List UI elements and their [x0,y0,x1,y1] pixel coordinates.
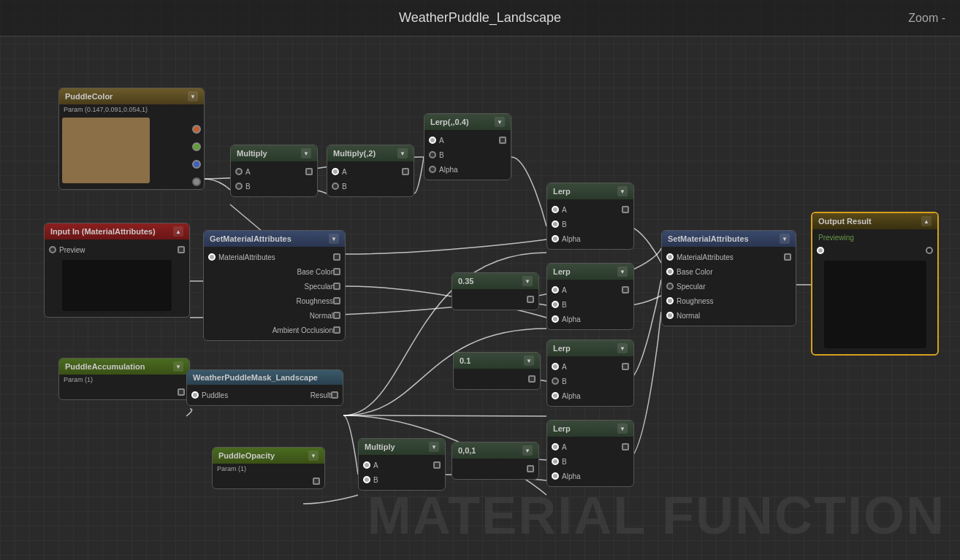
const-01-out[interactable] [528,375,536,383]
puddle-opacity-out[interactable] [313,477,320,485]
lerp4-out[interactable] [622,443,629,450]
weather-mask-puddles-pin[interactable] [191,391,199,399]
lerp3-header[interactable]: Lerp ▼ [547,340,633,356]
lerp2-pin-alpha[interactable] [552,315,559,323]
lerp2-pin-b[interactable] [552,301,559,308]
const-035-title: 0.35 [458,277,473,285]
puddle-color-header[interactable]: PuddleColor ▼ [59,88,204,104]
zoom-label[interactable]: Zoom - [908,12,945,25]
lerp-top-pin-b[interactable] [429,151,436,158]
lerp3-pin-alpha[interactable] [552,392,559,399]
lerp1-pin-a[interactable] [552,206,559,213]
input-in-out-pin[interactable] [178,246,185,253]
mul2-pin-a[interactable] [332,168,339,175]
puddle-color-pin-g[interactable] [192,142,201,151]
multiply3-collapse[interactable]: ▼ [429,442,439,452]
lerp1-pin-b[interactable] [552,220,559,228]
lerp3-collapse[interactable]: ▼ [617,343,628,353]
input-in-pin[interactable] [49,246,56,253]
lerp2-header[interactable]: Lerp ▼ [547,264,633,280]
get-mat-out-3[interactable] [333,297,340,304]
puddle-accum-header[interactable]: PuddleAccumulation ▼ [59,358,189,375]
lerp-top-collapse[interactable]: ▼ [495,117,505,127]
lerp4-pin-a[interactable] [552,443,559,450]
output-collapse[interactable]: ▲ [921,216,932,226]
set-mat-pin-2[interactable] [666,283,674,290]
mul1-out[interactable] [305,168,313,175]
puddle-accum-out[interactable] [178,388,185,396]
get-mat-out-1[interactable] [333,268,340,275]
const-035-header[interactable]: 0.35 ▼ [452,273,538,289]
const-001-node: 0,0,1 ▼ [452,442,539,480]
const-01-header[interactable]: 0.1 ▼ [454,353,540,369]
lerp-top-out[interactable] [499,137,506,144]
lerp1-pin-alpha[interactable] [552,235,559,242]
lerp-top-pin-a[interactable] [429,137,436,144]
mul3-pin-a[interactable] [363,461,370,469]
output-header[interactable]: Output Result ▲ [812,213,937,229]
mul1-pin-b[interactable] [235,183,243,190]
lerp1-out[interactable] [622,206,629,213]
output-pin-in[interactable] [817,247,824,254]
set-material-collapse[interactable]: ▼ [780,234,790,244]
lerp3-out[interactable] [622,363,629,370]
get-material-header[interactable]: GetMaterialAttributes ▼ [204,231,345,247]
lerp1-collapse[interactable]: ▼ [617,186,628,196]
set-mat-pin-4[interactable] [666,312,674,319]
mul1-pin-a[interactable] [235,168,243,175]
set-mat-pin-0[interactable] [666,253,674,261]
get-material-collapse[interactable]: ▼ [329,234,339,244]
weather-mask-result-pin[interactable] [331,391,338,399]
const-001-row [452,461,538,476]
set-material-header[interactable]: SetMaterialAttributes ▼ [662,231,796,247]
puddle-accum-subtitle: Param (1) [59,375,189,385]
output-pin-out[interactable] [926,247,933,254]
const-001-header[interactable]: 0,0,1 ▼ [452,442,538,459]
puddle-color-pin-b[interactable] [192,160,201,169]
get-mat-pin-in[interactable] [208,253,216,261]
const-01-collapse[interactable]: ▼ [524,356,534,366]
puddle-color-pin-a[interactable] [192,177,201,186]
const-035-out[interactable] [527,296,534,303]
get-mat-out-5[interactable] [333,326,340,334]
lerp2-node: Lerp ▼ A B Alpha [546,263,634,330]
input-in-collapse[interactable]: ▲ [173,226,183,237]
lerp4-header[interactable]: Lerp ▼ [547,421,633,437]
multiply1-header[interactable]: Multiply ▼ [231,145,317,161]
multiply2-header[interactable]: Multiply(,2) ▼ [327,145,414,161]
puddle-accum-collapse[interactable]: ▼ [173,361,183,372]
lerp1-header[interactable]: Lerp ▼ [547,183,633,199]
puddle-color-pin-r[interactable] [192,125,201,134]
lerp-top-header[interactable]: Lerp(,,0.4) ▼ [424,114,511,130]
multiply1-collapse[interactable]: ▼ [301,148,311,158]
weather-mask-header[interactable]: WeatherPuddleMask_Landscape [187,370,343,385]
input-in-header[interactable]: Input In (MaterialAttributes) ▲ [45,223,189,239]
get-mat-out-0[interactable] [333,253,340,261]
lerp3-pin-a[interactable] [552,363,559,370]
set-mat-out[interactable] [784,253,791,261]
mul3-pin-b[interactable] [363,476,370,483]
lerp2-collapse[interactable]: ▼ [617,266,628,277]
mul3-out[interactable] [433,461,441,469]
set-mat-pin-1[interactable] [666,268,674,275]
lerp3-pin-b[interactable] [552,377,559,385]
lerp2-out[interactable] [622,286,629,294]
set-mat-pin-3[interactable] [666,297,674,304]
multiply3-header[interactable]: Multiply ▼ [359,439,445,455]
const-035-collapse[interactable]: ▼ [522,276,533,286]
lerp4-collapse[interactable]: ▼ [617,423,628,434]
lerp4-pin-b[interactable] [552,458,559,465]
lerp-top-pin-alpha[interactable] [429,166,436,173]
puddle-opacity-header[interactable]: PuddleOpacity ▼ [213,448,324,464]
const-001-collapse[interactable]: ▼ [522,445,533,456]
lerp2-pin-a[interactable] [552,286,559,294]
lerp4-pin-alpha[interactable] [552,472,559,480]
get-mat-out-4[interactable] [333,312,340,319]
multiply2-collapse[interactable]: ▼ [397,148,408,158]
mul2-pin-b[interactable] [332,183,339,190]
mul2-out[interactable] [402,168,409,175]
puddle-color-collapse[interactable]: ▼ [188,91,198,101]
const-001-out[interactable] [527,465,534,472]
get-mat-out-2[interactable] [333,283,340,290]
puddle-opacity-collapse[interactable]: ▼ [308,450,319,461]
